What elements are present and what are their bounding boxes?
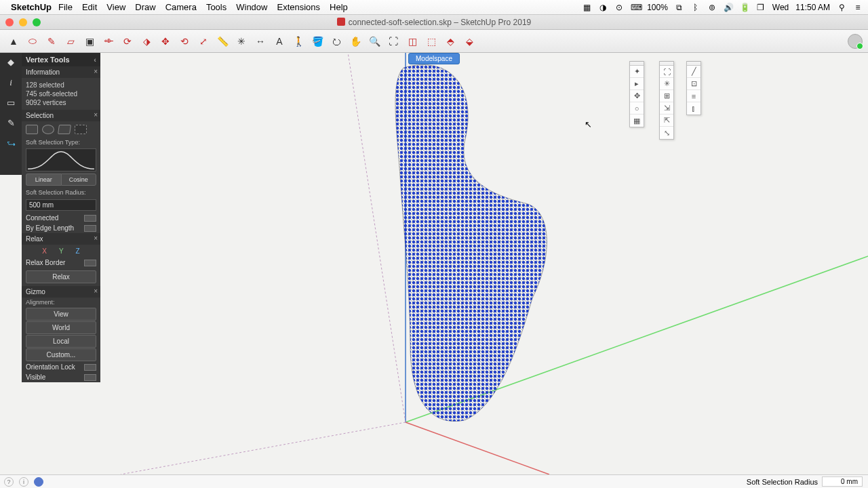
clock-day[interactable]: Wed: [772, 3, 789, 12]
pushpull-tool[interactable]: ▣: [81, 33, 98, 49]
vstrip-gizmo[interactable]: ⮑: [4, 137, 18, 150]
relax-axis-x[interactable]: X: [42, 247, 47, 255]
vt-gizmo-6[interactable]: ⤡: [660, 127, 673, 139]
clock-time[interactable]: 11:50 AM: [795, 3, 830, 12]
menu-extra-icon[interactable]: ⊙: [614, 3, 624, 12]
text-tool[interactable]: A: [271, 33, 288, 49]
dropbox-icon[interactable]: ⧉: [675, 3, 684, 12]
rotate-tool[interactable]: ⟲: [176, 33, 193, 49]
menu-edit[interactable]: Edit: [82, 2, 97, 12]
byedge-checkbox[interactable]: [84, 225, 96, 232]
window-zoom-button[interactable]: [33, 18, 41, 26]
section-tool[interactable]: ◫: [404, 33, 420, 49]
select-rect-tool[interactable]: [26, 125, 38, 134]
vt-tool-1[interactable]: ✦: [630, 66, 644, 78]
window-close-button[interactable]: [5, 18, 14, 26]
menu-extensions[interactable]: Extensions: [277, 2, 320, 12]
statusbar-value[interactable]: 0 mm: [822, 476, 863, 487]
vt-tool-2[interactable]: ▸: [630, 78, 644, 90]
viewport-3d[interactable]: Modelspace ✦ ▸ ✥ ○ ▦: [0, 53, 868, 474]
followme-tool[interactable]: ⬲: [100, 33, 117, 49]
shape-tool[interactable]: ▱: [62, 33, 79, 49]
sandbox-tool[interactable]: ⬙: [461, 33, 477, 49]
connected-checkbox[interactable]: [84, 215, 96, 222]
vt-palette-c[interactable]: ╱ ⊡ ≡ ⫿: [686, 61, 701, 115]
zoom-tool[interactable]: 🔍: [366, 33, 382, 49]
section-information[interactable]: Information×: [22, 66, 100, 78]
vt-gizmo-1[interactable]: ⛶: [660, 66, 673, 78]
section-selection[interactable]: Selection×: [22, 110, 100, 121]
select-tool[interactable]: ▲: [5, 33, 22, 49]
select-backface-tool[interactable]: [75, 125, 87, 134]
close-icon[interactable]: ×: [94, 68, 98, 75]
menu-extra-icon[interactable]: ▦: [582, 3, 591, 12]
zoom-extents-tool[interactable]: ⛶: [385, 33, 401, 49]
relax-border-checkbox[interactable]: [84, 260, 96, 266]
vt-tool-4[interactable]: ○: [630, 102, 644, 115]
align-view-button[interactable]: View: [26, 308, 96, 321]
vt-palette-a[interactable]: ✦ ▸ ✥ ○ ▦: [629, 61, 644, 127]
vt-edit-4[interactable]: ⫿: [687, 102, 701, 115]
menu-help[interactable]: Help: [330, 2, 348, 12]
vt-edit-3[interactable]: ≡: [687, 90, 701, 102]
relax-button[interactable]: Relax: [26, 270, 96, 283]
orbit-tool[interactable]: ⭮: [328, 33, 344, 49]
section-gizmo[interactable]: Gizmo×: [22, 286, 100, 298]
vt-edit-1[interactable]: ╱: [687, 66, 701, 78]
close-icon[interactable]: ×: [94, 235, 98, 242]
vt-palette-b[interactable]: ⛶ ✳ ⊞ ⇲ ⇱ ⤡: [659, 61, 674, 140]
user-avatar[interactable]: [848, 34, 863, 49]
menu-camera[interactable]: Camera: [165, 2, 197, 12]
eraser-tool[interactable]: ⬭: [24, 33, 41, 49]
menu-draw[interactable]: Draw: [135, 2, 155, 12]
section-relax[interactable]: Relax×: [22, 233, 100, 245]
vt-gizmo-2[interactable]: ✳: [660, 78, 673, 90]
menu-file[interactable]: File: [58, 2, 73, 12]
falloff-cosine-button[interactable]: Cosine: [61, 174, 97, 186]
dimension-tool[interactable]: ↔: [252, 33, 269, 49]
keyboard-icon[interactable]: ⌨: [631, 3, 640, 12]
panel-collapse-icon[interactable]: ‹: [94, 56, 96, 64]
relax-axis-y[interactable]: Y: [59, 247, 64, 255]
extension-tool[interactable]: ⬘: [442, 33, 458, 49]
vt-tool-5[interactable]: ▦: [630, 115, 644, 127]
menu-extra-icon[interactable]: ◑: [598, 3, 608, 12]
close-icon[interactable]: ×: [94, 111, 98, 119]
offset-tool[interactable]: ⟳: [119, 33, 136, 49]
vstrip-logo[interactable]: ◆: [4, 56, 18, 69]
menu-view[interactable]: View: [106, 2, 125, 12]
orientation-lock-checkbox[interactable]: [84, 364, 96, 371]
menu-tools[interactable]: Tools: [206, 2, 226, 12]
close-icon[interactable]: ×: [94, 287, 98, 295]
bluetooth-icon[interactable]: ᛒ: [691, 3, 701, 12]
scale-tool[interactable]: ⤢: [195, 33, 212, 49]
falloff-curve[interactable]: [26, 148, 96, 171]
zoom-level[interactable]: 100%: [647, 3, 668, 12]
align-world-button[interactable]: World: [26, 321, 96, 334]
vt-edit-2[interactable]: ⊡: [687, 78, 701, 90]
panel-title[interactable]: Vertex Tools‹: [22, 53, 100, 66]
walk-tool[interactable]: 🚶: [290, 33, 307, 49]
vstrip-select[interactable]: ▭: [4, 96, 18, 110]
falloff-linear-button[interactable]: Linear: [26, 174, 61, 186]
siri-icon[interactable]: ≡: [853, 3, 863, 12]
align-local-button[interactable]: Local: [26, 335, 96, 348]
select-circle-tool[interactable]: [42, 125, 54, 134]
search-icon[interactable]: ⚲: [837, 3, 846, 12]
status-help-icon[interactable]: ?: [4, 477, 14, 487]
tape-tool[interactable]: 📏: [214, 33, 231, 49]
3dwarehouse-tool[interactable]: ⬚: [423, 33, 439, 49]
visible-checkbox[interactable]: [84, 374, 96, 381]
outer-shell-tool[interactable]: ⬗: [138, 33, 155, 49]
vt-gizmo-5[interactable]: ⇱: [660, 115, 673, 127]
mesh-object[interactable]: [383, 61, 559, 427]
vstrip-info[interactable]: i: [4, 76, 18, 89]
menu-window[interactable]: Window: [236, 2, 267, 12]
align-custom-button[interactable]: Custom...: [26, 348, 96, 361]
paint-tool[interactable]: 🪣: [309, 33, 326, 49]
pan-tool[interactable]: ✋: [347, 33, 363, 49]
window-minimize-button[interactable]: [19, 18, 27, 26]
radius-input[interactable]: 500 mm: [26, 199, 96, 211]
line-tool[interactable]: ✎: [43, 33, 60, 49]
wifi-icon[interactable]: ⊚: [707, 3, 717, 12]
